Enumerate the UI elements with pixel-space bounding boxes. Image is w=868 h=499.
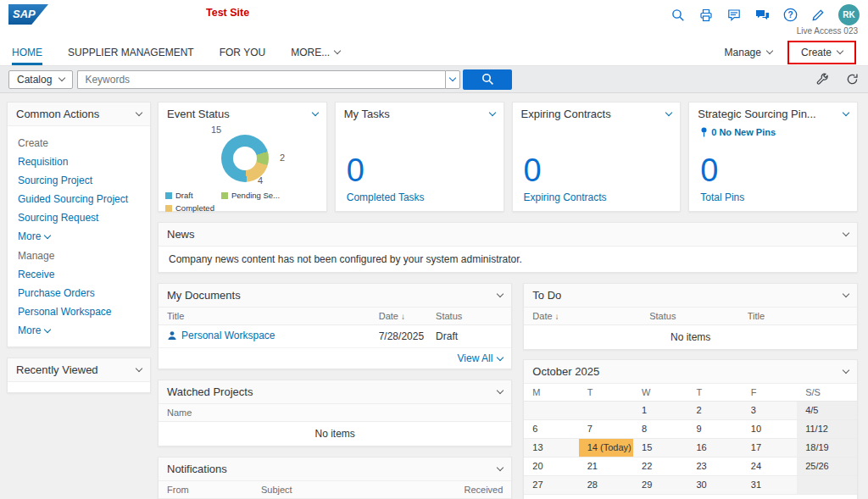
column-status[interactable]: Status [649, 311, 748, 321]
search-input[interactable] [77, 70, 445, 89]
sidebar-item-sourcing-request[interactable]: Sourcing Request [18, 212, 140, 224]
chevron-down-icon[interactable] [665, 109, 672, 116]
calendar-day[interactable]: 28 [579, 476, 633, 494]
refresh-icon[interactable] [844, 72, 860, 87]
column-status[interactable]: Status [436, 311, 503, 321]
column-from[interactable]: From [167, 485, 261, 495]
day-header-thursday: T [687, 384, 742, 401]
search-button[interactable] [463, 69, 512, 90]
column-date-sorted-desc[interactable]: Date [532, 311, 649, 321]
document-link-personal-workspace[interactable]: Personal Workspace [167, 330, 275, 341]
search-icon[interactable] [670, 8, 686, 23]
chevron-down-icon[interactable] [312, 109, 319, 116]
calendar-day[interactable] [579, 402, 633, 419]
todo-header: To Do [524, 284, 857, 308]
calendar-day[interactable]: 31 [743, 476, 797, 494]
chevron-down-icon[interactable] [497, 387, 504, 394]
expiring-contracts-tile: Expiring Contracts 0 Expiring Contracts [512, 102, 682, 212]
calendar-day[interactable]: 23 [687, 457, 742, 475]
my-documents-title: My Documents [167, 289, 241, 302]
calendar-day[interactable]: 13 [524, 439, 578, 457]
chevron-down-icon[interactable] [843, 367, 849, 374]
chevron-down-icon[interactable] [497, 464, 504, 471]
calendar-day[interactable]: 2 [687, 402, 742, 419]
tab-for-you[interactable]: FOR YOU [220, 39, 265, 65]
customize-wrench-icon[interactable] [815, 72, 830, 87]
column-subject[interactable]: Subject [261, 485, 409, 495]
help-icon[interactable]: ? [782, 8, 798, 23]
chat-icon[interactable] [754, 8, 770, 23]
main-panel: Event Status 15 2 4 Draft Pending Se... … [158, 102, 858, 499]
calendar-day[interactable]: 20 [524, 457, 578, 475]
calendar-day[interactable]: 8 [633, 420, 687, 438]
sidebar-item-requisition[interactable]: Requisition [18, 156, 140, 168]
sidebar-item-guided-sourcing-project[interactable]: Guided Sourcing Project [18, 193, 140, 205]
sidebar-item-purchase-orders[interactable]: Purchase Orders [18, 287, 140, 299]
calendar-day[interactable]: 1 [633, 402, 687, 419]
manage-more-link[interactable]: More [18, 324, 140, 336]
calendar-day-today[interactable]: 14 (Today) [579, 439, 633, 457]
chevron-down-icon[interactable] [497, 291, 504, 297]
tab-supplier-management[interactable]: SUPPLIER MANAGEMENT [68, 39, 194, 65]
calendar-day[interactable]: 29 [633, 476, 687, 494]
chevron-down-icon[interactable] [488, 109, 495, 116]
sap-logo[interactable]: SAP [8, 4, 48, 25]
calendar-day[interactable]: 9 [687, 420, 742, 438]
tab-more[interactable]: MORE... [291, 39, 340, 65]
sidebar-item-sourcing-project[interactable]: Sourcing Project [18, 175, 140, 186]
column-date-sorted-desc[interactable]: Date [379, 311, 436, 321]
calendar-day[interactable]: 15 [633, 439, 687, 457]
view-all-link[interactable]: View All [159, 348, 511, 369]
calendar-day[interactable]: 22 [633, 457, 687, 475]
catalog-dropdown[interactable]: Catalog [8, 70, 73, 89]
avatar[interactable]: RK [838, 4, 860, 25]
chevron-down-icon [449, 75, 456, 81]
calendar-day[interactable] [524, 402, 578, 419]
chevron-down-icon[interactable] [136, 365, 142, 372]
my-tasks-label[interactable]: Completed Tasks [347, 191, 492, 203]
calendar-day[interactable]: 6 [524, 420, 578, 438]
chevron-down-icon[interactable] [843, 109, 849, 116]
feedback-icon[interactable] [726, 8, 742, 23]
create-more-link[interactable]: More [18, 230, 140, 242]
expiring-contracts-label[interactable]: Expiring Contracts [524, 191, 670, 203]
document-status: Draft [436, 330, 503, 342]
calendar-day-weekend[interactable]: 4/5 [797, 402, 857, 419]
edit-icon[interactable] [810, 8, 826, 23]
calendar-day-weekend[interactable] [797, 476, 857, 494]
column-title[interactable]: Title [748, 311, 849, 321]
main-nav: HOME SUPPLIER MANAGEMENT FOR YOU MORE...… [0, 39, 868, 66]
calendar-day[interactable]: 24 [743, 457, 797, 475]
column-received[interactable]: Received [409, 485, 503, 495]
pin-status-row[interactable]: 0 No New Pins [700, 127, 776, 137]
calendar-day-weekend[interactable]: 25/26 [797, 457, 857, 475]
column-title[interactable]: Title [167, 311, 379, 321]
chevron-down-icon[interactable] [843, 291, 849, 297]
total-pins-label[interactable]: Total Pins [700, 191, 846, 203]
tab-home[interactable]: HOME [12, 39, 42, 65]
tile-row: Event Status 15 2 4 Draft Pending Se... … [158, 102, 858, 212]
column-name[interactable]: Name [167, 408, 197, 418]
calendar-day[interactable]: 7 [579, 420, 633, 438]
sidebar-item-personal-workspace[interactable]: Personal Workspace [18, 306, 140, 318]
calendar-day[interactable]: 21 [579, 457, 633, 475]
calendar-day[interactable]: 30 [687, 476, 742, 494]
my-tasks-title: My Tasks [344, 108, 390, 120]
print-icon[interactable] [698, 8, 714, 23]
calendar-day[interactable]: 27 [524, 476, 578, 494]
sidebar-item-receive[interactable]: Receive [18, 269, 140, 280]
chevron-down-icon[interactable] [843, 230, 849, 236]
calendar-day[interactable]: 10 [743, 420, 797, 438]
chevron-down-icon[interactable] [136, 109, 142, 116]
calendar-day[interactable]: 16 [687, 439, 742, 457]
calendar-day[interactable]: 3 [743, 402, 797, 419]
calendar-day-weekend[interactable]: 18/19 [797, 439, 857, 457]
create-menu-button[interactable]: Create [794, 43, 849, 62]
total-pins-count: 0 [700, 154, 846, 186]
manage-menu-button[interactable]: Manage [718, 43, 779, 62]
todo-this-week-link[interactable]: To Do This Week [524, 495, 857, 499]
search-suggestions-toggle[interactable] [445, 70, 460, 89]
donut-chart [221, 135, 269, 182]
calendar-day[interactable]: 17 [743, 439, 797, 457]
calendar-day-weekend[interactable]: 11/12 [797, 420, 857, 438]
